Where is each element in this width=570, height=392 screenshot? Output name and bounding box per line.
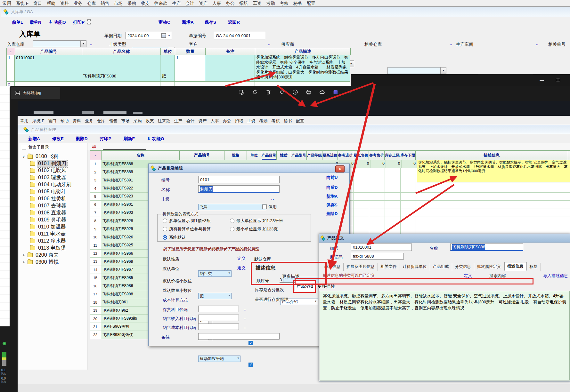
tab-basic-info[interactable]: 基本信息 xyxy=(322,263,344,271)
maximize-button[interactable] xyxy=(551,76,564,84)
menu-item[interactable]: 配置 xyxy=(296,118,304,124)
inventory-account-input[interactable] xyxy=(198,306,239,312)
dialog-titlebar[interactable]: 产品目录编辑 xyxy=(149,164,349,173)
radio-multi-unit[interactable]: 多单位显示 如1箱+3瓶 xyxy=(163,218,211,224)
chevron-right-icon[interactable]: > xyxy=(22,260,26,264)
back-button[interactable]: 返回R xyxy=(228,20,240,25)
menu-item[interactable]: 人事 xyxy=(211,118,219,124)
rotate-icon[interactable] xyxy=(250,88,259,97)
menu-item[interactable]: 办公 xyxy=(223,118,231,124)
cost-method-select[interactable]: 移动加权平均▾ xyxy=(198,356,240,362)
column-header[interactable]: 产品型号 xyxy=(291,151,307,160)
print-icon[interactable] xyxy=(304,88,313,97)
menu-item[interactable]: 工资 xyxy=(247,118,256,124)
menu-item[interactable]: 秘书 xyxy=(284,118,292,124)
radio-all-units[interactable]: 所有折算单位参与折算 xyxy=(163,226,211,232)
pd-name-input[interactable]: 飞科剃须刀FS888 xyxy=(450,244,523,251)
delete-icon[interactable] xyxy=(264,88,273,97)
warehouse-select[interactable]: ▼ xyxy=(33,40,86,47)
prev-doc-button[interactable]: 前单L xyxy=(12,20,23,25)
column-header[interactable]: 产品名称 xyxy=(82,48,161,55)
proddef-titlebar[interactable]: 产品定义 xyxy=(319,234,570,243)
save-button[interactable]: 保存S xyxy=(205,20,216,25)
column-header[interactable]: 产品等级 xyxy=(307,151,322,160)
column-header[interactable]: 性质 xyxy=(277,151,291,160)
warehouse-browse[interactable]: .. xyxy=(90,41,93,46)
menu-item[interactable]: 资料 xyxy=(73,118,81,124)
tree-node[interactable]: 0105 电熨斗 xyxy=(19,188,87,195)
outer-table-row-2[interactable]: 2 xyxy=(6,82,351,86)
stock-mgmt-checkbox[interactable] xyxy=(248,363,253,367)
info-icon[interactable] xyxy=(291,88,300,97)
menu-item[interactable]: 办公 xyxy=(226,1,235,6)
sales-cost-account-input[interactable] xyxy=(198,324,239,330)
column-header[interactable]: 名称 xyxy=(102,151,180,160)
menu-item[interactable]: 会计 xyxy=(186,1,194,6)
menu-item[interactable]: 工资 xyxy=(253,1,262,6)
disable-checkbox[interactable] xyxy=(262,204,267,209)
inventory-account-browse[interactable]: .. xyxy=(244,307,247,311)
menu-item[interactable]: 仓库 xyxy=(97,118,105,124)
column-header[interactable]: 库存上限 xyxy=(385,151,400,160)
column-header[interactable]: 规格 xyxy=(224,151,247,160)
include-subdir-checkbox[interactable]: 包含子目录 xyxy=(19,143,87,151)
intro-tab-button[interactable]: 产品介绍 xyxy=(295,281,315,291)
menu-item[interactable]: 考勤 xyxy=(259,118,268,124)
paint-3d-icon[interactable] xyxy=(331,88,340,97)
photos-file-tab[interactable]: 无标题.jpg xyxy=(11,87,60,99)
menu-item[interactable]: 仓库 xyxy=(87,1,96,6)
tab-batch-attributes[interactable]: 批次属性定义 xyxy=(474,263,504,271)
sales-cost-account-browse[interactable]: .. xyxy=(244,324,247,329)
parent-select[interactable]: 飞科▾ xyxy=(198,204,266,210)
menu-item[interactable]: 采购 xyxy=(134,118,142,124)
menu-item[interactable]: 市场 xyxy=(121,118,130,124)
menu-item[interactable]: 常用 xyxy=(20,118,28,124)
menu-item[interactable]: 考勤 xyxy=(266,1,275,6)
remark-input[interactable] xyxy=(198,333,280,340)
column-header[interactable]: 单位 xyxy=(161,48,175,55)
price-cell[interactable]: 0 xyxy=(386,160,402,168)
tree-node-collapsed[interactable]: > 0300 博锐 xyxy=(19,259,87,266)
menu-item[interactable]: 业务 xyxy=(85,118,93,124)
menu-item[interactable]: 招培 xyxy=(240,1,248,6)
print-button[interactable]: 打印P xyxy=(73,20,85,25)
menu-item[interactable]: 系统 F xyxy=(32,118,45,124)
column-header[interactable]: 单位 xyxy=(247,151,261,160)
tab-product-composition[interactable]: 产品组成 xyxy=(430,263,452,271)
tree-node[interactable]: 0112 净水器 xyxy=(19,237,87,244)
define-unit-link[interactable]: 定义 xyxy=(237,265,246,271)
date-dropdown-icon[interactable]: ▼ xyxy=(168,34,170,37)
filter-underline[interactable] xyxy=(103,149,146,150)
rel-warehouse-select[interactable]: ▼ xyxy=(387,67,446,74)
more-desc-button[interactable]: 更多描述 xyxy=(318,284,335,289)
menu-item[interactable]: 配置 xyxy=(307,1,315,6)
nav-add-button[interactable]: 新增A xyxy=(326,194,338,199)
column-header[interactable]: 产品描述 xyxy=(255,48,351,55)
tree-node[interactable]: 0103 理发器 xyxy=(19,174,87,181)
calendar-icon[interactable] xyxy=(161,33,166,38)
nav-backward-button[interactable]: 向后D xyxy=(326,185,338,190)
menu-item[interactable]: 招培 xyxy=(235,118,243,124)
edit-button[interactable]: 修改E xyxy=(52,136,64,142)
column-header[interactable]: 库存下限 xyxy=(400,151,416,160)
define-desc-link[interactable]: 定义 xyxy=(464,273,472,279)
next-doc-button[interactable]: 后单N xyxy=(29,20,41,25)
nav-delete-button[interactable]: 删除D xyxy=(326,211,338,217)
rel-warehouse-browse[interactable]: .. xyxy=(450,41,452,46)
tab-classification[interactable]: 分类信息 xyxy=(452,263,474,271)
radio-min-unit[interactable]: 最小单位显示 如123克 xyxy=(230,226,278,232)
cloud-icon[interactable] xyxy=(318,88,327,97)
tree-node-collapsed[interactable]: > 0200 康夫 xyxy=(19,252,87,259)
tree-node[interactable]: 0109 鼻毛器 xyxy=(19,216,87,223)
column-header[interactable]: 最高进价 xyxy=(322,151,338,160)
refresh-button[interactable]: 刷新F xyxy=(124,136,135,142)
pd-code-input[interactable]: 01010001 xyxy=(351,244,412,251)
printer-icon[interactable] xyxy=(86,19,92,26)
tree-node[interactable]: 0113 电饭煲 xyxy=(19,244,87,252)
audit-button[interactable]: 审核C xyxy=(159,20,170,25)
chevron-right-icon[interactable]: > xyxy=(22,253,26,257)
row1-description-cell[interactable]: 雾化加湿系统、触控雾量调节、多方向出雾调节、智能缺水提示、智能 安全保护、空气过… xyxy=(417,160,570,182)
column-header[interactable]: 产品目录 xyxy=(261,151,277,160)
tree-node-root[interactable]: ∨ 0100 飞科 xyxy=(19,153,87,160)
date-input[interactable]: 2024-04-09 ▼ xyxy=(126,32,172,39)
